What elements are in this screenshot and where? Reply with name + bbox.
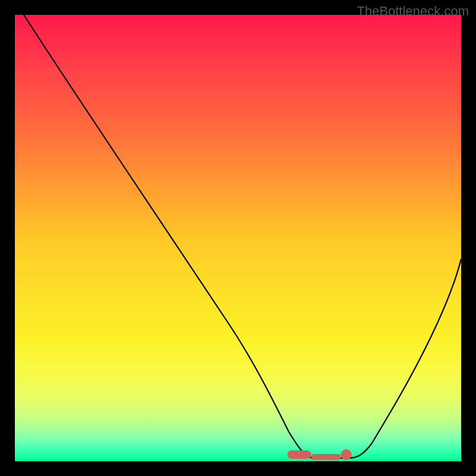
chart-plot-area: [15, 15, 461, 461]
watermark-text: TheBottleneck.com: [357, 4, 469, 19]
optimal-range-marker-right: [341, 449, 352, 460]
optimal-range-marker-left: [287, 450, 311, 459]
optimal-range-marker-mid: [311, 454, 341, 460]
bottleneck-curve-path: [24, 15, 461, 458]
curve-layer: [15, 15, 461, 461]
